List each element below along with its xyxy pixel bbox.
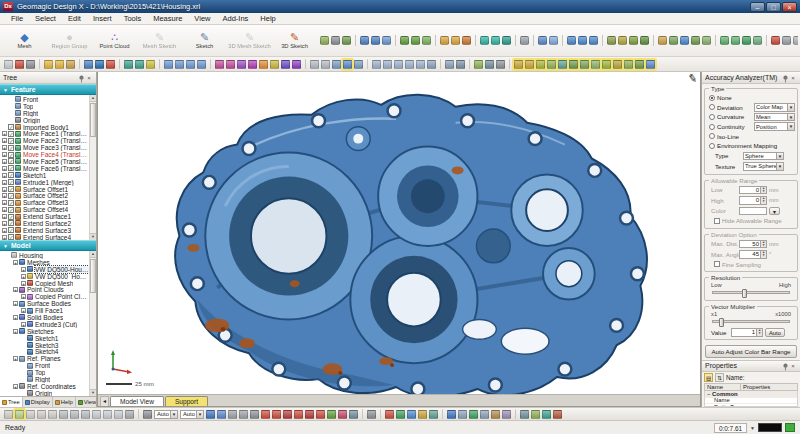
viewport-tab[interactable]: Model View <box>110 396 164 406</box>
model-canvas[interactable]: ✎ 25 mm <box>98 72 700 394</box>
tool-icon[interactable] <box>310 60 319 69</box>
spinner[interactable]: ▲▼ <box>760 251 766 258</box>
tool-icon[interactable] <box>669 36 678 45</box>
tool-icon[interactable] <box>442 409 443 419</box>
tool-icon[interactable] <box>469 59 470 69</box>
tree-item[interactable]: Origin <box>2 390 89 396</box>
menu-item[interactable]: Measure <box>148 14 187 23</box>
fine-sampling-checkbox[interactable] <box>714 261 720 267</box>
tree-item[interactable]: Origin <box>2 117 89 124</box>
tree-item[interactable]: VW DQ500-Housing <box>2 266 89 273</box>
tool-icon[interactable] <box>653 35 654 46</box>
tool-icon[interactable] <box>458 410 467 419</box>
tool-icon[interactable] <box>259 60 268 69</box>
tool-icon[interactable] <box>372 60 381 69</box>
tree-item[interactable]: Point Clouds <box>2 286 89 293</box>
tool-icon[interactable] <box>261 410 270 419</box>
expand-icon[interactable] <box>21 294 26 299</box>
panel-tab[interactable]: Viewp... <box>76 397 96 407</box>
radio-row[interactable]: None ▼ <box>707 93 795 103</box>
ribbon-big-button[interactable]: ✎ 3D Sketch <box>272 26 317 56</box>
ribbon-big-button[interactable]: ✎ Sketch <box>182 26 227 56</box>
tool-icon[interactable] <box>422 36 431 45</box>
tool-icon[interactable] <box>496 60 505 69</box>
tool-icon[interactable] <box>95 60 104 69</box>
dropdown[interactable]: Mean ▼ <box>754 113 795 122</box>
tool-icon[interactable] <box>66 60 75 69</box>
tool-icon[interactable] <box>591 60 600 69</box>
tree-item[interactable]: Housing <box>2 252 89 259</box>
menu-item[interactable]: Insert <box>88 14 117 23</box>
tool-icon[interactable] <box>331 36 340 45</box>
tool-icon[interactable] <box>542 410 551 419</box>
slider-thumb[interactable] <box>742 289 747 298</box>
tool-icon[interactable] <box>81 410 90 419</box>
tool-icon[interactable] <box>589 36 598 45</box>
tool-icon[interactable] <box>146 60 155 69</box>
tool-icon[interactable] <box>429 410 438 419</box>
tool-icon[interactable] <box>613 60 622 69</box>
ribbon-big-button[interactable]: ✎ Mesh Sketch <box>137 26 182 56</box>
pin-icon[interactable] <box>781 362 789 370</box>
expand-icon[interactable] <box>2 159 7 164</box>
tool-icon[interactable] <box>624 60 633 69</box>
tool-icon[interactable] <box>26 410 35 419</box>
tool-icon[interactable] <box>70 410 79 419</box>
chevron-down-icon[interactable]: ▼ <box>196 411 203 418</box>
viewport[interactable]: ✎ 25 mm ◂ Model ViewSupport <box>97 72 701 407</box>
chevron-down-icon[interactable]: ▼ <box>776 153 783 160</box>
tool-icon[interactable] <box>84 60 93 69</box>
item-checkbox[interactable] <box>8 214 14 220</box>
close-panel-icon[interactable]: × <box>789 74 797 82</box>
tool-icon[interactable] <box>416 60 425 69</box>
tool-icon[interactable] <box>125 410 134 419</box>
minimize-button[interactable]: – <box>750 2 765 12</box>
tool-icon[interactable] <box>294 410 303 419</box>
expand-icon[interactable] <box>2 235 7 240</box>
tool-icon[interactable] <box>782 36 791 45</box>
tool-icon[interactable] <box>569 60 578 69</box>
tool-icon[interactable] <box>15 410 24 419</box>
radio-button[interactable] <box>709 143 715 149</box>
radio-row[interactable]: Iso-Line ▼ <box>707 131 795 141</box>
ribbon-big-button[interactable]: ● Region Group <box>47 26 92 56</box>
close-panel-icon[interactable]: × <box>789 362 797 370</box>
render-mode-dropdown[interactable]: Auto ▼ <box>180 410 204 419</box>
tool-icon[interactable] <box>217 410 226 419</box>
tool-icon[interactable] <box>580 60 589 69</box>
tool-icon[interactable] <box>480 36 489 45</box>
tool-icon[interactable] <box>720 36 729 45</box>
tool-icon[interactable] <box>237 60 246 69</box>
menu-item[interactable]: File <box>6 14 28 23</box>
max-angle-input[interactable]: 45▲▼ <box>739 250 767 259</box>
tool-icon[interactable] <box>321 60 330 69</box>
expand-icon[interactable] <box>2 131 7 136</box>
tool-icon[interactable] <box>435 35 436 46</box>
tree-item[interactable]: Imported Body1 <box>2 124 89 131</box>
expand-icon[interactable] <box>2 173 7 178</box>
expand-icon[interactable] <box>21 267 26 272</box>
tool-icon[interactable] <box>515 35 516 46</box>
item-checkbox[interactable] <box>8 152 14 158</box>
tool-icon[interactable] <box>332 60 341 69</box>
tool-icon[interactable] <box>367 59 368 69</box>
ribbon-big-button[interactable]: ◆ Mesh <box>2 26 47 56</box>
tool-icon[interactable] <box>562 35 563 46</box>
high-input[interactable]: 0▲▼ <box>739 196 767 205</box>
tool-icon[interactable] <box>103 410 112 419</box>
expand-icon[interactable] <box>13 315 18 320</box>
item-checkbox[interactable] <box>8 145 14 151</box>
spinner[interactable]: ▲▼ <box>756 329 762 336</box>
tool-icon[interactable] <box>138 409 139 419</box>
tool-icon[interactable] <box>106 60 115 69</box>
tool-icon[interactable] <box>607 36 616 45</box>
tool-icon[interactable] <box>283 410 292 419</box>
tool-icon[interactable] <box>215 60 224 69</box>
tool-icon[interactable] <box>753 36 762 45</box>
pin-icon[interactable] <box>77 74 85 82</box>
tree-item[interactable]: Move Face5 (Translate) <box>2 158 89 165</box>
tree-item[interactable]: Sketch1 <box>2 335 89 342</box>
tree-item[interactable]: Sketch4 <box>2 348 89 355</box>
tree-item[interactable]: Top <box>2 103 89 110</box>
tool-icon[interactable] <box>411 36 420 45</box>
